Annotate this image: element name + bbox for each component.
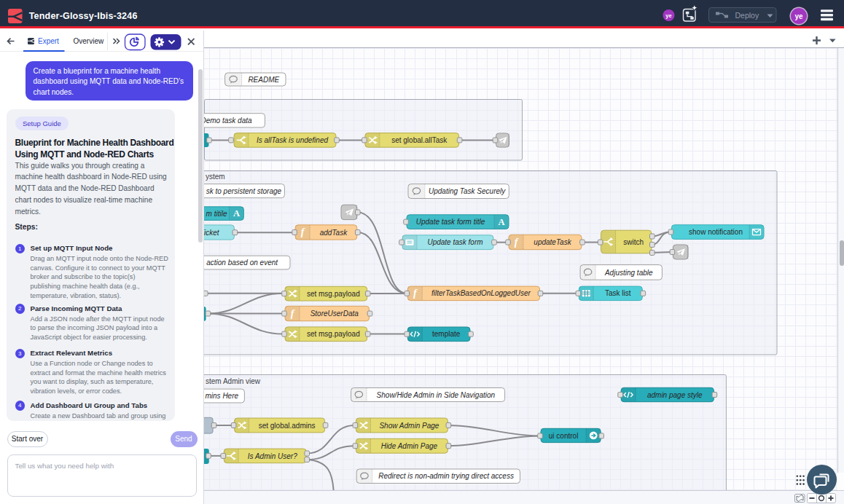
svg-text:A: A	[233, 208, 240, 218]
svg-text:Hide Admin Page: Hide Admin Page	[381, 442, 438, 450]
svg-text:template: template	[432, 330, 461, 338]
svg-text:Task list: Task list	[605, 289, 631, 297]
svg-text:StoreUserData: StoreUserData	[310, 310, 359, 318]
svg-text:Is Admin User?: Is Admin User?	[248, 452, 297, 460]
svg-text:Update task form: Update task form	[427, 238, 482, 246]
svg-text:ui control: ui control	[549, 432, 579, 440]
svg-text:show notification: show notification	[689, 228, 743, 236]
svg-text:m titile: m titile	[206, 210, 227, 218]
svg-text:addTask: addTask	[320, 229, 348, 237]
svg-text:admin page style: admin page style	[647, 391, 703, 399]
svg-text:filterTaskBasedOnLoggedUser: filterTaskBasedOnLoggedUser	[431, 289, 531, 297]
svg-text:set global.admins: set global.admins	[259, 422, 316, 430]
svg-text:updateTask: updateTask	[534, 238, 571, 246]
svg-text:Update task form title: Update task form title	[416, 218, 485, 226]
svg-text:Show/Hide Admin in Side Naviga: Show/Hide Admin in Side Navigation	[377, 391, 496, 399]
svg-text:action based on event: action based on event	[206, 259, 278, 267]
svg-text:Adjusting table: Adjusting table	[604, 269, 653, 277]
svg-text:A: A	[498, 217, 504, 227]
svg-text:Overview: Overview	[74, 37, 104, 45]
svg-text:set msg.payload: set msg.payload	[307, 290, 360, 298]
svg-text:set msg.payload: set msg.payload	[307, 330, 360, 338]
svg-text:set global.allTask: set global.allTask	[391, 136, 448, 144]
svg-text:Show Admin Page: Show Admin Page	[379, 422, 439, 430]
svg-text:Redirect is non-admin trying d: Redirect is non-admin trying direct acce…	[378, 472, 514, 480]
svg-text:switch: switch	[623, 238, 644, 246]
svg-text:Expert: Expert	[38, 37, 59, 45]
svg-text:sk to persistent storage: sk to persistent storage	[206, 187, 282, 195]
svg-text:Deploy: Deploy	[735, 11, 759, 20]
svg-text:ye: ye	[665, 12, 671, 19]
svg-text:Demo task data: Demo task data	[204, 117, 252, 125]
svg-text:Ticket: Ticket	[204, 229, 220, 237]
svg-text:Updating Task Securely: Updating Task Securely	[429, 187, 506, 195]
svg-text:ystem: ystem	[206, 173, 225, 181]
svg-text:mins Here: mins Here	[206, 392, 239, 400]
svg-text:stem Admin view: stem Admin view	[206, 377, 261, 385]
svg-text:Is allTask is undefined: Is allTask is undefined	[257, 136, 328, 144]
svg-text:README: README	[248, 76, 279, 84]
svg-text:ye: ye	[794, 12, 803, 20]
